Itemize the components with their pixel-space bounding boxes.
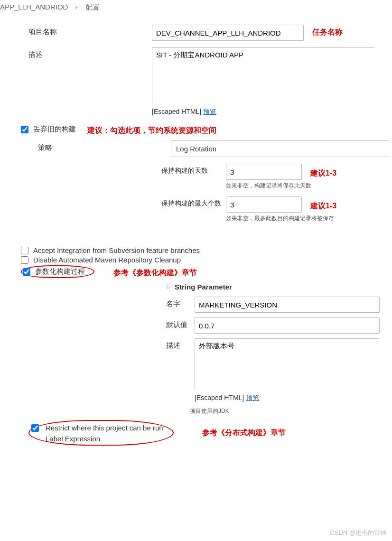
keep-max-hint: 如果非空，最多此数目的构建记录将被保存 — [226, 215, 336, 223]
accept-integration-label: Accept Integration from Subversion featu… — [33, 246, 200, 254]
accept-integration-checkbox[interactable] — [21, 247, 28, 254]
drag-handle-icon[interactable]: ⠿ — [166, 284, 171, 290]
param-default-label: 默认值 — [166, 317, 195, 329]
restrict-label: Restrict where this project can be run — [46, 424, 163, 432]
preview-link[interactable]: 预览 — [203, 108, 216, 115]
breadcrumb-item[interactable]: 配置 — [85, 3, 100, 11]
keep-max-input[interactable] — [226, 196, 302, 213]
strategy-label: 策略 — [38, 140, 76, 152]
annotation-discard: 建议：勾选此项，节约系统资源和空间 — [87, 123, 216, 136]
param-header: String Parameter — [175, 283, 232, 291]
keep-days-hint: 如果非空，构建记录将保存此天数 — [226, 182, 336, 190]
jdk-hint: 项目使用的JDK — [190, 407, 392, 415]
breadcrumb: APP_LLH_ANDRIOD ▸ 配置 — [0, 0, 392, 15]
annotation-restrict: 参考《分布式构建》章节 — [202, 428, 286, 438]
preview-link[interactable]: 预览 — [246, 394, 259, 401]
keep-max-label: 保持构建的最大个数 — [161, 196, 226, 208]
disable-cleanup-checkbox[interactable] — [21, 256, 28, 264]
description-label: 描述 — [28, 47, 66, 59]
annotation-parameterized: 参考《参数化构建》章节 — [113, 265, 197, 278]
discard-label: 丢弃旧的构建 — [33, 125, 76, 134]
breadcrumb-item[interactable]: APP_LLH_ANDRIOD — [0, 3, 68, 11]
parameterized-checkbox[interactable] — [23, 268, 30, 276]
escaped-html-text: [Escaped HTML] — [152, 108, 201, 115]
strategy-select[interactable]: Log Rotation — [171, 140, 389, 157]
escaped-html-text: [Escaped HTML] — [195, 394, 244, 401]
annotation-max: 建议1-3 — [310, 198, 336, 211]
param-default-input[interactable] — [195, 317, 380, 334]
param-name-label: 名字 — [166, 297, 195, 308]
keep-days-input[interactable] — [226, 164, 302, 180]
parameterized-label: 参数化构建过程 — [35, 267, 85, 276]
label-expression-label: Label Expression — [46, 435, 163, 443]
param-desc-label: 描述 — [166, 338, 195, 350]
discard-old-builds-checkbox[interactable] — [21, 126, 28, 133]
param-name-input[interactable] — [195, 297, 380, 313]
chevron-right-icon: ▸ — [75, 3, 79, 11]
annotation-task-name: 任务名称 — [312, 25, 343, 37]
param-desc-textarea[interactable]: 外部版本号 — [195, 338, 380, 391]
keep-days-label: 保持构建的天数 — [161, 164, 226, 175]
restrict-checkbox[interactable] — [31, 424, 39, 432]
disable-cleanup-label: Disable Automated Maven Repository Clean… — [33, 256, 181, 264]
annotation-days: 建议1-3 — [310, 166, 336, 178]
description-textarea[interactable]: SIT - 分期宝ANDROID APP — [152, 47, 375, 104]
project-name-label: 项目名称 — [28, 25, 66, 37]
project-name-input[interactable] — [152, 25, 304, 41]
